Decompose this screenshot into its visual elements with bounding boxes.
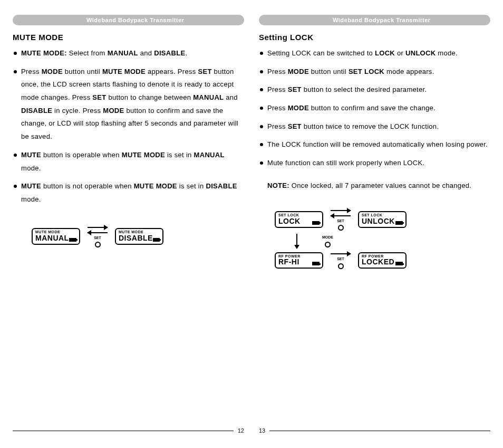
right-page: Wideband Bodypack Transmitter Setting LO…: [259, 15, 490, 272]
button-circle-icon: [95, 242, 101, 247]
lcd-big-label: LOCK: [278, 217, 320, 225]
arrow-right-single: SET: [331, 252, 351, 269]
header-bar-left: Wideband Bodypack Transmitter: [13, 15, 244, 25]
page-number-right-wrap: 13: [259, 427, 490, 434]
footer-rule: [269, 431, 490, 431]
note-text: Once locked, all 7 parameter values cann…: [289, 182, 471, 189]
lcd-big-label: MANUAL: [35, 234, 76, 242]
arrow-down-with-label: [295, 234, 299, 249]
page-spread: Wideband Bodypack Transmitter MUTE MODE …: [0, 0, 503, 272]
bullet-item: MUTE button is operable when MUTE MODE i…: [21, 149, 242, 175]
arrow-right-icon: [88, 225, 108, 230]
bullet-item: MUTE button is not operable when MUTE MO…: [21, 180, 242, 206]
battery-icon: [312, 262, 320, 265]
note-label: NOTE:: [267, 182, 289, 189]
header-accent: [13, 15, 76, 25]
header-title-right: Wideband Bodypack Transmitter: [322, 15, 490, 25]
bullet-item: Press SET button twice to remove the LOC…: [267, 120, 488, 134]
battery-icon: [153, 238, 160, 242]
footer-rule: [13, 431, 234, 431]
arrow-left-icon: [88, 231, 108, 235]
button-label-set: SET: [337, 257, 344, 261]
battery-icon: [69, 238, 76, 242]
lcd-manual: MUTE MODE MANUAL: [32, 228, 80, 245]
arrow-right-icon: [331, 208, 351, 213]
button-circle-icon: [338, 225, 344, 231]
bullet-item: MUTE MODE: Select from MANUAL and DISABL…: [21, 47, 242, 60]
header-title-left: Wideband Bodypack Transmitter: [76, 15, 244, 25]
bullet-item: Press SET button to select the desired p…: [267, 83, 488, 97]
lcd-lock: SET LOCK LOCK: [275, 211, 323, 228]
lcd-big-label: UNLOCK: [362, 217, 403, 225]
footer: 12 13: [13, 427, 490, 434]
arrows-bidirectional: SET: [331, 208, 351, 231]
diagram-mute-mode: MUTE MODE MANUAL SET MUTE MODE DISABLE: [32, 225, 244, 248]
section-title-setting-lock: Setting LOCK: [259, 33, 490, 42]
battery-icon: [395, 262, 403, 265]
lcd-disable: MUTE MODE DISABLE: [115, 228, 163, 245]
button-circle-icon: [325, 242, 331, 247]
page-number-left-wrap: 12: [13, 427, 244, 434]
bullet-list-left: MUTE MODE: Select from MANUAL and DISABL…: [13, 47, 244, 206]
arrow-down-icon: [295, 234, 299, 249]
diagram-setting-lock: SET LOCK LOCK SET SET LOCK UNLOCK: [275, 208, 475, 269]
section-title-mute-mode: MUTE MODE: [13, 33, 244, 42]
lcd-unlock: SET LOCK UNLOCK: [358, 211, 407, 228]
bullet-list-right: Setting LOCK can be switched to LOCK or …: [259, 47, 490, 170]
page-number-left: 12: [238, 427, 244, 434]
bullet-item: Mute function can still work properly wh…: [267, 157, 488, 170]
page-number-right: 13: [259, 427, 265, 434]
arrow-left-icon: [331, 214, 351, 218]
header-bar-right: Wideband Bodypack Transmitter: [259, 15, 490, 25]
arrow-right-icon: [331, 252, 351, 256]
battery-icon: [312, 221, 320, 225]
lcd-big-label: RF-HI: [278, 258, 320, 265]
bullet-item: Press MODE button until SET LOCK mode ap…: [267, 65, 488, 79]
arrows-bidirectional: SET: [88, 225, 108, 248]
lcd-locked: RF POWER LOCKED: [358, 252, 407, 269]
lcd-rf-hi: RF POWER RF-HI: [275, 252, 323, 269]
bullet-item: The LOCK function will be removed automa…: [267, 138, 488, 151]
bullet-item: Press MODE button to confirm and save th…: [267, 102, 488, 115]
lcd-big-label: LOCKED: [362, 258, 403, 265]
header-accent: [259, 15, 322, 25]
battery-icon: [395, 221, 403, 225]
note-block: NOTE: Once locked, all 7 parameter value…: [267, 179, 490, 193]
bullet-item: Press MODE button until MUTE MODE appear…: [21, 65, 242, 144]
button-circle-icon: [338, 263, 344, 269]
button-label-mode: MODE: [322, 235, 333, 240]
button-label-set: SET: [337, 219, 344, 223]
bullet-item: Setting LOCK can be switched to LOCK or …: [267, 47, 488, 60]
lcd-big-label: DISABLE: [119, 234, 160, 242]
button-label-set: SET: [94, 236, 101, 240]
left-page: Wideband Bodypack Transmitter MUTE MODE …: [13, 15, 244, 272]
